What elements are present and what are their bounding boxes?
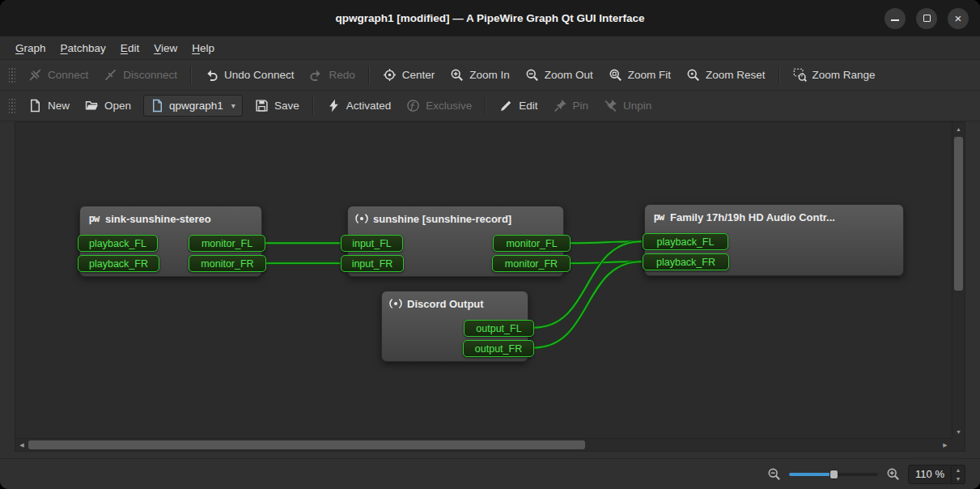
- toolbar-button-edit[interactable]: Edit: [493, 94, 544, 117]
- zoom-slider-fill: [789, 473, 834, 476]
- spin-up-icon[interactable]: ▲: [952, 466, 965, 474]
- disconnect-icon: [104, 68, 117, 82]
- canvas-frame: pwsink-sunshine-stereoplayback_FLplaybac…: [15, 121, 965, 452]
- toolbar-button-zoom-fit[interactable]: Zoom Fit: [602, 63, 677, 87]
- node-title: Discord Output: [407, 298, 484, 310]
- open-icon: [85, 99, 99, 113]
- graph-canvas[interactable]: pwsink-sunshine-stereoplayback_FLplaybac…: [15, 122, 952, 438]
- menu-patchbay[interactable]: Patchbay: [53, 36, 113, 59]
- toolbar-separator: [778, 66, 780, 84]
- minimize-button[interactable]: [885, 8, 906, 29]
- node-title: sunshine [sunshine-record]: [373, 213, 511, 225]
- toolbar-button-new[interactable]: New: [22, 94, 76, 117]
- scrollbar-corner: [952, 438, 965, 451]
- node-title: sink-sunshine-stereo: [105, 213, 211, 225]
- port-sink-sunshine-stereo-playback_FR[interactable]: playback_FR: [78, 255, 159, 272]
- menu-help[interactable]: Help: [185, 36, 222, 59]
- stream-icon: [355, 212, 368, 225]
- zoom-out-icon: [767, 467, 781, 481]
- minimize-icon: [891, 15, 899, 21]
- zoom-out-icon: [525, 68, 539, 82]
- pin-icon: [554, 99, 567, 113]
- toolbar-separator: [368, 66, 370, 84]
- menu-view[interactable]: View: [146, 36, 185, 59]
- patchbay-selector[interactable]: qpwgraph1▾: [143, 95, 243, 117]
- stream-icon: [389, 297, 402, 310]
- toolbar-button-zoom-range[interactable]: Zoom Range: [787, 63, 882, 87]
- port-sink-sunshine-stereo-monitor_FR[interactable]: monitor_FR: [189, 255, 266, 272]
- central-area: pwsink-sunshine-stereoplayback_FLplaybac…: [0, 121, 980, 458]
- toolbar-button-zoom-reset[interactable]: Zoom Reset: [680, 63, 772, 87]
- vertical-scroll-handle[interactable]: [954, 137, 963, 291]
- pipewire-icon: pw: [87, 212, 100, 225]
- horizontal-scrollbar[interactable]: ◀ ▶: [15, 438, 952, 451]
- connection-sunshine:monitor_FL->family-audio:playback_FL[interactable]: [570, 241, 642, 243]
- toolbar-button-open[interactable]: Open: [78, 94, 138, 117]
- toolbar-button-disconnect[interactable]: Disconnect: [97, 63, 184, 87]
- connections-layer: [15, 122, 952, 438]
- port-sunshine-input_FR[interactable]: input_FR: [341, 255, 404, 272]
- zoom-spin-buttons: ▲ ▼: [951, 466, 965, 483]
- spin-down-icon[interactable]: ▼: [952, 474, 965, 483]
- window-title: qpwgraph1 [modified] — A PipeWire Graph …: [335, 12, 644, 24]
- toolbar-button-center[interactable]: Center: [376, 63, 442, 87]
- toolbar-button-unpin[interactable]: Unpin: [597, 94, 658, 117]
- menu-graph[interactable]: Graph: [8, 36, 53, 59]
- menu-edit[interactable]: Edit: [113, 36, 146, 59]
- toolbar-separator: [312, 97, 314, 115]
- maximize-button[interactable]: [916, 8, 937, 29]
- port-sunshine-monitor_FR[interactable]: monitor_FR: [492, 255, 571, 272]
- toolbar-separator: [190, 66, 192, 84]
- port-discord-output-output_FR[interactable]: output_FR: [463, 340, 534, 357]
- port-sunshine-monitor_FL[interactable]: monitor_FL: [493, 235, 571, 252]
- zoom-fit-icon: [609, 68, 622, 82]
- zoom-in-icon: [450, 68, 464, 82]
- titlebar[interactable]: qpwgraph1 [modified] — A PipeWire Graph …: [0, 0, 980, 36]
- maximize-icon: [923, 15, 931, 22]
- toolbar-button-zoom-out[interactable]: Zoom Out: [519, 63, 600, 87]
- toolbar-drag-handle[interactable]: [9, 66, 15, 84]
- toolbar-button-connect[interactable]: Connect: [22, 63, 95, 87]
- port-sink-sunshine-stereo-playback_FL[interactable]: playback_FL: [78, 235, 158, 252]
- node-header: pwFamily 17h/19h HD Audio Contr...: [645, 205, 903, 223]
- scroll-up-icon[interactable]: ▲: [952, 122, 965, 135]
- node-header: Discord Output: [382, 291, 528, 310]
- pipewire-icon: pw: [652, 210, 665, 223]
- connection-sunshine:monitor_FR->family-audio:playback_FR[interactable]: [570, 262, 642, 263]
- port-discord-output-output_FL[interactable]: output_FL: [464, 320, 534, 337]
- toolbar-button-pin[interactable]: Pin: [547, 94, 596, 117]
- scroll-down-icon[interactable]: ▼: [952, 425, 965, 438]
- toolbar-button-activated[interactable]: Activated: [320, 94, 398, 117]
- zoom-slider-handle[interactable]: [829, 470, 838, 479]
- center-icon: [383, 68, 397, 82]
- toolbar-button-zoom-in[interactable]: Zoom In: [443, 63, 516, 87]
- vertical-scrollbar[interactable]: ▲ ▼: [952, 122, 965, 438]
- toolbar-button-redo[interactable]: Redo: [303, 63, 361, 87]
- scroll-left-icon[interactable]: ◀: [15, 439, 28, 451]
- toolbar-button-undo-connect[interactable]: Undo Connect: [198, 63, 300, 87]
- connection-sunshine:monitor_FR->family-audio:playback_FR[interactable]: [570, 262, 642, 263]
- port-family-audio-playback_FL[interactable]: playback_FL: [643, 233, 728, 250]
- edit-icon: [499, 99, 513, 113]
- port-sink-sunshine-stereo-monitor_FL[interactable]: monitor_FL: [189, 235, 265, 252]
- new-icon: [28, 99, 42, 113]
- undo-icon: [205, 68, 218, 82]
- patchbay-toolbar: NewOpenqpwgraph1▾SaveActivatedExclusiveE…: [0, 91, 980, 121]
- zoom-spinbox[interactable]: 110 % ▲ ▼: [908, 465, 965, 484]
- scroll-right-icon[interactable]: ▶: [939, 439, 952, 451]
- node-header: pwsink-sunshine-stereo: [80, 206, 261, 225]
- horizontal-scroll-track[interactable]: [28, 439, 939, 451]
- connect-icon: [28, 68, 42, 82]
- port-family-audio-playback_FR[interactable]: playback_FR: [643, 253, 729, 270]
- close-button[interactable]: ×: [948, 8, 969, 29]
- toolbar-button-exclusive[interactable]: Exclusive: [400, 94, 478, 117]
- toolbar-drag-handle[interactable]: [9, 97, 15, 115]
- toolbar-button-save[interactable]: Save: [248, 94, 306, 117]
- horizontal-scroll-handle[interactable]: [28, 440, 585, 449]
- zoom-slider[interactable]: [789, 467, 878, 482]
- port-sunshine-input_FL[interactable]: input_FL: [341, 235, 403, 252]
- save-icon: [255, 99, 269, 113]
- unpin-icon: [604, 99, 617, 113]
- vertical-scroll-track[interactable]: [952, 135, 965, 425]
- connection-sunshine:monitor_FL->family-audio:playback_FL[interactable]: [570, 241, 642, 243]
